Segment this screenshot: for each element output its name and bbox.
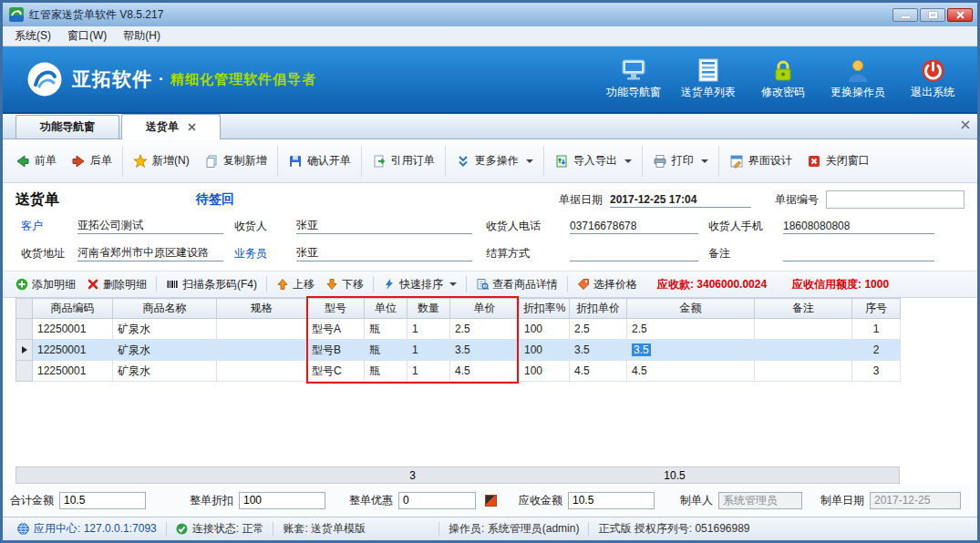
confirm-order-button[interactable]: 确认开单 [281, 148, 358, 174]
doc-number-input[interactable] [826, 190, 965, 209]
col-header[interactable]: 商品名称 [113, 299, 217, 319]
cell[interactable]: 型号A [307, 319, 365, 340]
more-actions-button[interactable]: 更多操作 [449, 148, 541, 174]
col-header[interactable]: 型号 [307, 299, 365, 319]
cell[interactable]: 矿泉水 [113, 361, 217, 382]
cell[interactable]: 1 [407, 361, 450, 382]
scan-barcode-button[interactable]: 扫描条形码(F4) [160, 274, 263, 295]
print-button[interactable]: 打印 [645, 148, 716, 174]
cell[interactable]: 3.5 [450, 340, 520, 361]
cell[interactable]: 4.5 [450, 361, 520, 382]
table-row[interactable]: 12250001 矿泉水 型号C 瓶 1 4.5 100 4.5 4.5 3 [16, 361, 901, 382]
move-down-button[interactable]: 下移 [320, 274, 369, 295]
tab-close-icon[interactable] [188, 123, 196, 131]
col-header[interactable]: 备注 [755, 299, 852, 319]
maximize-button[interactable] [920, 8, 945, 22]
cell[interactable] [755, 319, 852, 340]
cell[interactable]: 2.5 [627, 319, 755, 340]
cell[interactable]: 100 [520, 340, 570, 361]
cell[interactable] [217, 340, 307, 361]
cell-editing[interactable]: 3.5 [627, 340, 755, 361]
settlement-input[interactable] [570, 245, 698, 261]
doc-date-input[interactable] [610, 191, 751, 208]
banner-action-exit[interactable]: 退出系统 [899, 58, 966, 100]
recalc-icon[interactable] [485, 495, 497, 507]
address-input[interactable] [77, 245, 223, 261]
table-row[interactable]: 12250001 矿泉水 型号A 瓶 1 2.5 100 2.5 2.5 1 [16, 319, 901, 340]
cell[interactable]: 2 [852, 340, 901, 361]
total-amount-input[interactable] [59, 492, 146, 509]
import-export-button[interactable]: 导入导出 [547, 148, 639, 174]
tab-nav-window[interactable]: 功能导航窗 [15, 115, 119, 138]
cell[interactable] [217, 319, 307, 340]
ui-design-button[interactable]: 界面设计 [722, 148, 799, 174]
cell[interactable] [755, 340, 852, 361]
cell[interactable]: 100 [520, 361, 570, 382]
cell[interactable]: 12250001 [33, 319, 113, 340]
order-discount-input[interactable] [239, 492, 325, 509]
col-header[interactable]: 商品编码 [33, 299, 113, 319]
copy-new-button[interactable]: 复制新增 [197, 148, 274, 174]
menu-system[interactable]: 系统(S) [6, 26, 59, 46]
remark-input[interactable] [783, 245, 934, 261]
cell[interactable]: 4.5 [570, 361, 627, 382]
delete-detail-button[interactable]: 删除明细 [81, 274, 152, 295]
col-header[interactable]: 数量 [407, 299, 450, 319]
col-header[interactable]: 金额 [627, 299, 755, 319]
close-button[interactable] [947, 8, 973, 22]
receiver-input[interactable] [296, 218, 472, 234]
col-header[interactable]: 折扣率% [520, 299, 570, 319]
add-detail-button[interactable]: 添加明细 [10, 274, 81, 295]
cell[interactable]: 2.5 [570, 319, 627, 340]
col-header[interactable]: 序号 [852, 299, 901, 319]
quick-sort-button[interactable]: 快速排序 [377, 274, 462, 295]
cell[interactable] [217, 361, 307, 382]
salesman-input[interactable] [296, 245, 472, 261]
new-order-button[interactable]: 新增(N) [126, 148, 197, 174]
tab-delivery-order[interactable]: 送货单 [121, 114, 221, 139]
cell[interactable]: 1 [407, 319, 450, 340]
cell[interactable]: 3 [852, 361, 901, 382]
cell[interactable]: 瓶 [365, 319, 407, 340]
cell[interactable]: 矿泉水 [113, 340, 217, 361]
close-window-button[interactable]: 关闭窗口 [799, 148, 877, 174]
banner-action-nav-window[interactable]: 功能导航窗 [600, 58, 667, 100]
cell[interactable]: 12250001 [33, 340, 113, 361]
receiver-phone-input[interactable] [570, 218, 698, 234]
receivable-amount-input[interactable] [568, 492, 655, 509]
banner-action-switch-operator[interactable]: 更换操作员 [824, 58, 892, 100]
cell[interactable]: 矿泉水 [113, 319, 217, 340]
next-order-button[interactable]: 后单 [64, 148, 119, 174]
receiver-mobile-input[interactable] [783, 218, 934, 234]
col-header[interactable]: 单位 [365, 299, 407, 319]
cell[interactable]: 4.5 [627, 361, 755, 382]
col-header[interactable]: 规格 [217, 299, 307, 319]
cell[interactable]: 3.5 [570, 340, 627, 361]
tabstrip-close-icon[interactable] [961, 120, 970, 129]
col-header[interactable]: 单价 [450, 299, 520, 319]
menu-help[interactable]: 帮助(H) [115, 26, 169, 46]
quote-order-button[interactable]: 引用订单 [365, 148, 442, 174]
customer-label[interactable]: 客户 [21, 219, 77, 234]
customer-input[interactable] [77, 218, 223, 234]
select-price-button[interactable]: 选择价格 [572, 274, 643, 295]
view-product-detail-button[interactable]: 查看商品详情 [470, 274, 563, 295]
cell[interactable]: 瓶 [365, 361, 407, 382]
cell[interactable] [755, 361, 852, 382]
order-preferential-input[interactable] [398, 492, 476, 509]
cell[interactable]: 型号C [307, 361, 365, 382]
cell[interactable]: 100 [520, 319, 570, 340]
cell[interactable]: 1 [852, 319, 901, 340]
cell[interactable]: 2.5 [450, 319, 520, 340]
cell[interactable]: 1 [407, 340, 450, 361]
salesman-label[interactable]: 业务员 [234, 246, 296, 261]
minimize-button[interactable] [892, 8, 918, 22]
col-header[interactable]: 折扣单价 [570, 299, 627, 319]
prev-order-button[interactable]: 前单 [8, 148, 64, 174]
banner-action-order-list[interactable]: 送货单列表 [675, 58, 742, 100]
table-row-selected[interactable]: 12250001 矿泉水 型号B 瓶 1 3.5 100 3.5 3.5 2 [16, 340, 901, 361]
banner-action-change-password[interactable]: 修改密码 [749, 58, 817, 100]
cell[interactable]: 12250001 [33, 361, 113, 382]
menu-window[interactable]: 窗口(W) [59, 26, 115, 46]
move-up-button[interactable]: 上移 [271, 274, 320, 295]
